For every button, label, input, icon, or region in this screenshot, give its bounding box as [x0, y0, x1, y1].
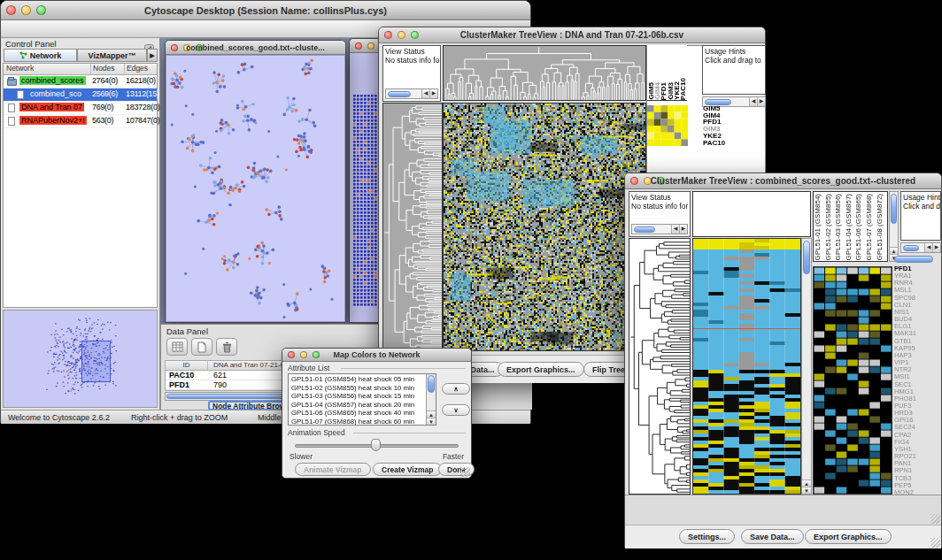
- attribute-item[interactable]: GPL51-04 (GSM857) heat shock 20 min: [289, 401, 426, 410]
- column-label: GPL51-08 (GSM872): [876, 194, 886, 261]
- scroll-right-icon[interactable]: ▶: [429, 89, 437, 98]
- attr-column-header[interactable]: DNA and Tran 07-21-06: [208, 361, 289, 370]
- view-status-panel: View Status No status info for ◀ ▶: [629, 191, 691, 237]
- scroll-left-icon[interactable]: ◀: [924, 243, 932, 252]
- view-status-scrollbar[interactable]: ◀ ▶: [385, 88, 438, 99]
- attribute-list-scrollbar[interactable]: ▲ ▼: [426, 374, 436, 425]
- scroll-right-icon[interactable]: ▶: [679, 225, 687, 234]
- attribute-item[interactable]: GPL51-03 (GSM856) heat shock 15 min: [289, 392, 426, 401]
- tab-overflow-button[interactable]: ▶: [147, 49, 158, 62]
- view-status-scrollbar[interactable]: ◀ ▶: [631, 224, 688, 234]
- zoom-heatmap-canvas[interactable]: [814, 267, 892, 494]
- scroll-right-icon[interactable]: ▶: [757, 97, 765, 106]
- row-dendrogram[interactable]: [629, 238, 691, 495]
- row-dendrogram[interactable]: [382, 103, 443, 351]
- scrollbar-thumb[interactable]: [634, 226, 655, 233]
- resize-grip[interactable]: [930, 538, 940, 548]
- speed-slider-thumb[interactable]: [371, 439, 381, 451]
- scroll-down-icon[interactable]: ▼: [427, 418, 436, 425]
- scrollbar-thumb[interactable]: [428, 375, 435, 393]
- treeview2-body: View Status No status info for ◀ ▶ GPL51…: [625, 189, 941, 547]
- network-window[interactable]: combined_scores_good.txt--cluste...: [165, 40, 346, 323]
- move-down-button[interactable]: ∨: [442, 404, 470, 416]
- scroll-left-icon[interactable]: ◀: [671, 225, 679, 234]
- scrollbar-thumb[interactable]: [388, 91, 411, 97]
- minimize-button[interactable]: [367, 42, 374, 50]
- new-attribute-button[interactable]: [191, 338, 212, 356]
- status-welcome: Welcome to Cytoscape 2.6.2: [8, 413, 110, 422]
- main-titlebar[interactable]: Cytoscape Desktop (Session Name: collins…: [1, 1, 530, 20]
- overview-canvas[interactable]: [4, 311, 158, 407]
- create-vizmap-button[interactable]: Create Vizmap: [373, 463, 442, 476]
- column-header-network[interactable]: Network: [4, 64, 91, 74]
- scroll-left-icon[interactable]: ◀: [421, 89, 429, 98]
- scrollbar-thumb[interactable]: [803, 241, 810, 274]
- network-row[interactable]: RNAPuberNov2+!563(0)107847(0): [4, 115, 157, 128]
- dialog-titlebar[interactable]: Map Colors to Network: [282, 349, 471, 362]
- network-canvas[interactable]: [166, 56, 346, 323]
- view-status-panel: View Status No status info for ◀ ▶: [382, 45, 441, 102]
- usage-hints-scrollbar[interactable]: ◀ ▶: [900, 242, 941, 253]
- column-dendrogram-canvas[interactable]: [444, 46, 645, 100]
- network-row[interactable]: combined_sco2569(6)13112(15): [4, 88, 157, 102]
- heatmap-global[interactable]: [443, 103, 646, 351]
- row-dendrogram-canvas[interactable]: [629, 239, 690, 494]
- treeview2-titlebar[interactable]: ClusterMaker TreeView : combined_scores_…: [625, 173, 941, 189]
- scroll-up-icon[interactable]: ▲: [427, 410, 436, 418]
- export-graphics-button[interactable]: Export Graphics...: [805, 529, 892, 544]
- scroll-up-icon[interactable]: ▲: [890, 247, 898, 254]
- zoom-matrix-canvas[interactable]: [647, 105, 688, 146]
- heatmap-zoom[interactable]: [647, 105, 688, 146]
- dialog-body: Attribute List GPL51-01 (GSM854) heat sh…: [282, 362, 471, 478]
- row-id: PAC10: [166, 371, 208, 380]
- column-header-nodes[interactable]: Nodes: [91, 64, 125, 74]
- network-view[interactable]: [166, 55, 345, 322]
- attribute-item[interactable]: GPL51-01 (GSM854) heat shock 05 min: [289, 375, 426, 384]
- animate-vizmap-button[interactable]: Animate Vizmap: [295, 463, 371, 476]
- save-data-button[interactable]: Save Data...: [741, 529, 804, 544]
- heatmap-vscrollbar[interactable]: ▲ ▼: [801, 238, 812, 495]
- resize-grip[interactable]: [460, 467, 470, 477]
- heatmap-global[interactable]: [692, 238, 801, 495]
- attribute-item[interactable]: GPL51-07 (GSM868) heat shock 60 min: [289, 418, 426, 426]
- network-row[interactable]: combined_scores2764(0)16218(0): [4, 75, 157, 88]
- id-column-header[interactable]: ID: [166, 361, 208, 370]
- close-button[interactable]: [355, 42, 362, 50]
- usage-hints-text: Click and drag to: [703, 56, 765, 65]
- export-graphics-button[interactable]: Export Graphics...: [498, 362, 584, 377]
- resize-grip[interactable]: [930, 514, 940, 524]
- heatmap-canvas[interactable]: [444, 104, 645, 350]
- delete-attribute-button[interactable]: [216, 338, 237, 356]
- network-name: combined_scores: [19, 76, 86, 85]
- row-dendrogram-canvas[interactable]: [383, 104, 442, 350]
- network-overview[interactable]: [3, 310, 158, 408]
- column-dendrogram[interactable]: [692, 191, 811, 237]
- column-header-edges[interactable]: Edges: [125, 64, 148, 74]
- gene-list-hscrollbar[interactable]: [894, 256, 933, 263]
- heatmap-canvas[interactable]: [693, 239, 800, 494]
- settings-button[interactable]: Settings...: [679, 529, 735, 544]
- network-edges-count: 16218(0): [126, 76, 161, 85]
- scroll-right-icon[interactable]: ▶: [932, 243, 940, 252]
- attribute-item[interactable]: GPL51-02 (GSM855) heat shock 10 min: [289, 384, 426, 393]
- treeview1-title: ClusterMaker TreeView : DNA and Tran 07-…: [379, 30, 765, 40]
- network-nodes-count: 563(0): [92, 116, 125, 125]
- scroll-up-icon[interactable]: ▲: [802, 479, 811, 487]
- usage-hints-panel: Usage Hints Click and drag to: [900, 191, 941, 241]
- scrollbar-thumb[interactable]: [903, 245, 919, 251]
- column-labels-scrollbar[interactable]: ▲ ▼: [889, 191, 899, 262]
- scroll-down-icon[interactable]: ▼: [802, 487, 811, 494]
- tab-vizmapper[interactable]: VizMapper™: [77, 49, 147, 62]
- scrollbar-thumb[interactable]: [891, 194, 897, 224]
- select-attributes-button[interactable]: [166, 338, 188, 356]
- network-row[interactable]: DNA and Tran 07769(0)183728(0): [4, 102, 157, 115]
- column-dendrogram[interactable]: [443, 45, 646, 101]
- treeview-window-combined: ClusterMaker TreeView : combined_scores_…: [624, 173, 942, 548]
- move-up-button[interactable]: ∧: [442, 383, 470, 395]
- attribute-item[interactable]: GPL51-06 (GSM865) heat shock 40 min: [289, 409, 426, 418]
- network-window-titlebar[interactable]: combined_scores_good.txt--cluste...: [166, 41, 345, 55]
- tab-network[interactable]: Network: [4, 49, 77, 62]
- treeview1-titlebar[interactable]: ClusterMaker TreeView : DNA and Tran 07-…: [379, 27, 765, 43]
- heatmap-zoom[interactable]: [813, 266, 892, 495]
- column-label: GPL51-02 (GSM855): [824, 194, 835, 261]
